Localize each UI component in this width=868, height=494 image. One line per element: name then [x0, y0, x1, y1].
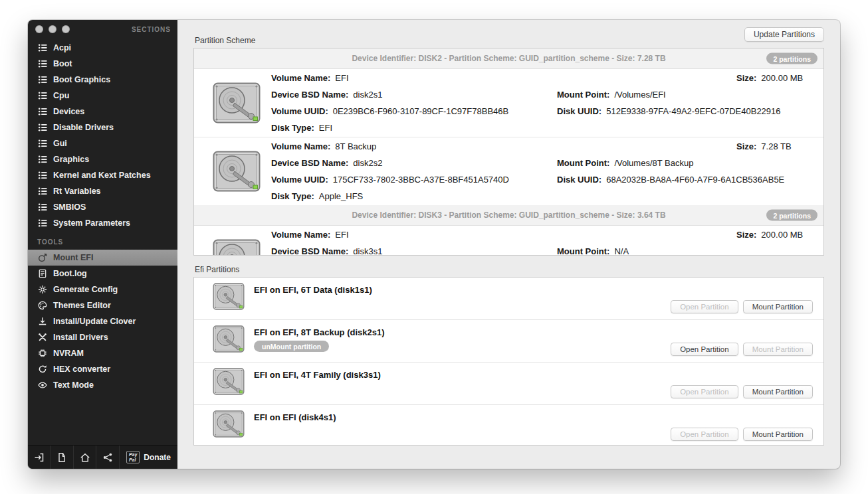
device-group-header: Device Identifier: DISK2 - Partition Sch… [194, 48, 823, 69]
efi-row-buttons: Open Partition Mount Partition [671, 300, 813, 313]
field-size: Size:7.28 TB [736, 141, 817, 151]
sidebar: SECTIONS Acpi Boot Boot Graphics Cpu Dev… [28, 20, 177, 469]
field-device-bsd-name: Device BSD Name:disk3s1 [271, 246, 557, 256]
sidebar-sections: Acpi Boot Boot Graphics Cpu Devices Disa… [28, 40, 177, 231]
sidebar-item-label: HEX converter [53, 365, 110, 374]
sidebar-item-devices[interactable]: Devices [28, 104, 177, 120]
install-drivers-icon [38, 333, 47, 342]
open-partition-button: Open Partition [671, 385, 738, 398]
sidebar-tools: Mount EFI Boot.log Generate Config Theme… [28, 250, 177, 393]
mount-partition-button[interactable]: Mount Partition [743, 385, 813, 398]
minimize-window-button[interactable] [49, 25, 56, 33]
sidebar-item-cpu[interactable]: Cpu [28, 88, 177, 104]
sidebar-item-label: Boot Graphics [53, 75, 110, 84]
sidebar-item-label: Generate Config [53, 285, 118, 294]
efi-row-main: EFI on EFI, 6T Data (disk1s1) [254, 278, 372, 295]
unmount-partition-button[interactable]: unMount partition [254, 341, 329, 352]
sidebar-item-label: Disable Drivers [53, 123, 114, 132]
list-icon [38, 187, 47, 196]
field-device-bsd-name: Device BSD Name:disk2s1 [271, 90, 557, 100]
sidebar-item-boot-log[interactable]: Boot.log [28, 266, 177, 282]
close-window-button[interactable] [35, 25, 43, 33]
field-mount-point: Mount Point:N/A [557, 246, 817, 256]
sidebar-item-boot[interactable]: Boot [28, 56, 177, 72]
sidebar-item-text-mode[interactable]: Text Mode [28, 377, 177, 393]
hard-disk-icon [213, 368, 245, 395]
efi-rows: EFI on EFI, 6T Data (disk1s1) Open Parti… [194, 278, 823, 446]
efi-partition-row: EFI on EFI, 4T Family (disk3s1) Open Par… [194, 362, 823, 404]
export-log-icon[interactable] [51, 446, 73, 469]
sidebar-item-rt-variables[interactable]: Rt Variables [28, 183, 177, 199]
sidebar-item-install-drivers[interactable]: Install Drivers [28, 329, 177, 345]
partition-count-badge: 2 partitions [766, 210, 817, 221]
sidebar-item-label: Install/Update Clover [53, 317, 136, 326]
hard-disk-icon [213, 239, 261, 256]
sidebar-item-label: Graphics [53, 155, 89, 164]
list-icon [38, 155, 47, 164]
device-group-header: Device Identifier: DISK3 - Partition Sch… [194, 205, 823, 226]
main-content: Update Partitions Partition Scheme Devic… [177, 20, 840, 469]
mount-partition-button[interactable]: Mount Partition [743, 428, 813, 441]
sidebar-item-kernel-and-kext-patches[interactable]: Kernel and Kext Patches [28, 167, 177, 183]
sidebar-item-label: Acpi [53, 43, 71, 52]
sidebar-item-label: SMBIOS [53, 203, 86, 212]
field-mount-point: Mount Point:/Volumes/8T Backup [557, 158, 817, 168]
sidebar-item-label: Cpu [53, 91, 69, 100]
efi-row-main: EFI on EFI, 4T Family (disk3s1) [254, 363, 381, 380]
sidebar-item-boot-graphics[interactable]: Boot Graphics [28, 72, 177, 88]
sidebar-header: SECTIONS [28, 20, 177, 39]
efi-row-buttons: Open Partition Mount Partition [671, 343, 813, 356]
paypal-donate-button[interactable]: Pay Pal Donate [120, 446, 177, 469]
paypal-icon: Pay Pal [126, 451, 140, 463]
import-icon[interactable] [28, 446, 51, 469]
sidebar-item-generate-config[interactable]: Generate Config [28, 282, 177, 297]
home-icon[interactable] [74, 446, 96, 469]
hard-disk-icon [213, 325, 245, 353]
sidebar-item-system-parameters[interactable]: System Parameters [28, 215, 177, 231]
list-icon [38, 75, 47, 84]
sidebar-item-gui[interactable]: Gui [28, 135, 177, 151]
sidebar-item-disable-drivers[interactable]: Disable Drivers [28, 120, 177, 135]
sidebar-item-nvram[interactable]: NVRAM [28, 345, 177, 361]
efi-partitions-panel: EFI on EFI, 6T Data (disk1s1) Open Parti… [193, 277, 824, 446]
share-icon[interactable] [96, 446, 119, 469]
field-volume-uuid: Volume UUID:175CF733-7802-3BBC-A37E-8BF4… [271, 175, 557, 185]
mount-partition-button[interactable]: Mount Partition [743, 300, 813, 313]
sidebar-item-graphics[interactable]: Graphics [28, 151, 177, 167]
update-partitions-button[interactable]: Update Partitions [744, 27, 824, 42]
sidebar-item-mount-efi[interactable]: Mount EFI [28, 250, 177, 266]
efi-partition-row: EFI on EFI, 6T Data (disk1s1) Open Parti… [194, 278, 823, 319]
hard-disk-icon [213, 151, 261, 192]
donate-label: Donate [144, 453, 171, 462]
partition-scheme-panel[interactable]: Device Identifier: DISK2 - Partition Sch… [193, 48, 824, 256]
sidebar-item-label: System Parameters [53, 218, 130, 228]
app-window: SECTIONS Acpi Boot Boot Graphics Cpu Dev… [28, 20, 840, 469]
gear-icon [38, 285, 47, 294]
open-partition-button: Open Partition [671, 300, 738, 313]
partition-count-badge: 2 partitions [766, 53, 817, 64]
device-group-title: Device Identifier: DISK2 - Partition Sch… [352, 54, 665, 63]
hard-disk-icon [213, 283, 245, 310]
sidebar-item-label: Gui [53, 139, 67, 148]
sidebar-item-label: Install Drivers [53, 333, 108, 342]
sidebar-item-hex-converter[interactable]: HEX converter [28, 361, 177, 377]
sidebar-item-label: Rt Variables [53, 187, 101, 196]
sidebar-item-acpi[interactable]: Acpi [28, 40, 177, 56]
tools-header: TOOLS [28, 235, 177, 248]
field-mount-point: Mount Point:/Volumes/EFI [557, 90, 817, 100]
open-partition-button[interactable]: Open Partition [671, 343, 738, 356]
sidebar-item-smbios[interactable]: SMBIOS [28, 199, 177, 215]
sidebar-item-label: Themes Editor [53, 301, 111, 310]
efi-row-main: EFI on EFI, 8T Backup (disk2s1) unMount … [254, 320, 385, 352]
zoom-window-button[interactable] [62, 25, 70, 33]
sections-header: SECTIONS [132, 26, 171, 33]
sidebar-item-themes-editor[interactable]: Themes Editor [28, 297, 177, 313]
sidebar-item-install-update-clover[interactable]: Install/Update Clover [28, 313, 177, 329]
hard-disk-icon [213, 82, 261, 124]
hard-disk-icon [213, 410, 245, 438]
efi-partition-row: EFI on EFI, 8T Backup (disk2s1) unMount … [194, 319, 823, 362]
field-size: Size:200.00 MB [736, 230, 817, 240]
sidebar-item-label: Mount EFI [53, 253, 93, 262]
efi-partition-title: EFI on EFI (disk4s1) [254, 412, 336, 422]
sidebar-item-label: Boot.log [53, 269, 87, 278]
